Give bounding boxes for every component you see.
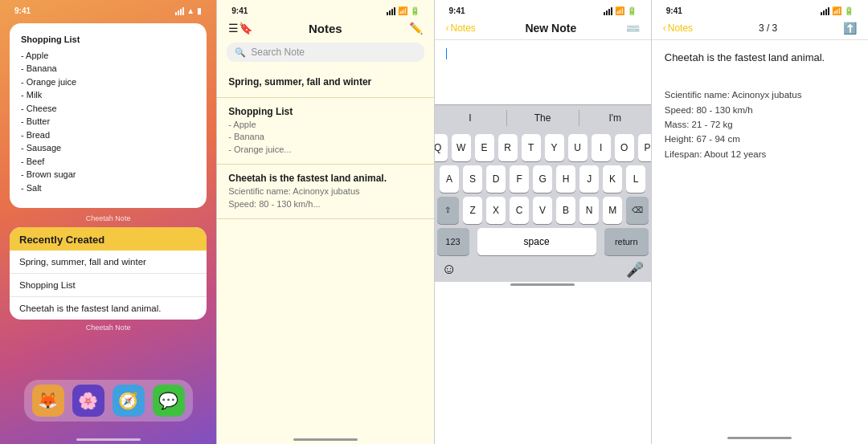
key-y[interactable]: Y (545, 134, 564, 161)
cheetah-note-label-1: Cheetah Note (0, 214, 216, 222)
phone-1-widget-screen: 9:41 ▲ ▮ Shopping List - Apple - Banana … (0, 0, 216, 444)
key-g[interactable]: G (533, 165, 552, 193)
dock-icon-4[interactable]: 💬 (153, 385, 185, 417)
notes-nav-left-icon: ☰ (228, 22, 239, 35)
keyboard-row-2: A S D F G H J K L (437, 165, 649, 193)
status-icons-1: ▲ ▮ (175, 6, 202, 15)
key-w[interactable]: W (452, 134, 471, 161)
key-l[interactable]: L (626, 165, 645, 193)
keyboard-suggestions: I The I'm (435, 104, 651, 131)
back-label-4: Notes (668, 22, 693, 34)
note-3-preview: Scientific name: Acinonyx jubatusSpeed: … (228, 185, 422, 210)
chevron-left-icon-3: ‹ (446, 22, 449, 34)
home-indicator-3 (510, 283, 575, 286)
time-label-3: 9:41 (449, 6, 465, 15)
key-p[interactable]: P (638, 134, 652, 161)
key-u[interactable]: U (568, 134, 588, 161)
search-bar[interactable]: 🔍 Search Note (227, 43, 424, 62)
key-d[interactable]: D (486, 165, 506, 193)
suggestion-the[interactable]: The (507, 110, 579, 126)
note-body-scientific: Scientific name: Acinonyx jubatus (665, 88, 855, 102)
key-k[interactable]: K (603, 165, 622, 193)
key-a[interactable]: A (440, 165, 459, 193)
note-body-mass: Mass: 21 - 72 kg (665, 117, 855, 132)
keyboard-row-1: Q W E R T Y U I O P (437, 134, 649, 161)
numbers-key[interactable]: 123 (437, 228, 469, 255)
key-t[interactable]: T (522, 134, 541, 161)
backspace-key[interactable]: ⌫ (626, 197, 649, 224)
note-list-item-2[interactable]: Shopping List - Apple- Banana- Orange ju… (217, 98, 433, 165)
status-bar-4: 9:41 📶 🔋 (652, 0, 868, 18)
battery-icon-3: 🔋 (627, 6, 637, 15)
time-label-1: 9:41 (14, 6, 31, 15)
status-bar-1: 9:41 ▲ ▮ (0, 0, 216, 18)
dock-icon-2[interactable]: 🌸 (72, 385, 104, 417)
text-cursor (446, 48, 448, 59)
dock-icon-1[interactable]: 🦊 (32, 385, 64, 417)
recent-item-2[interactable]: Shopping List (10, 274, 207, 297)
phone-4-note-detail: 9:41 📶 🔋 ‹ Notes 3 / 3 ⬆️ Cheetah is the… (652, 0, 868, 444)
status-icons-2: 📶 🔋 (387, 6, 420, 15)
signal-icon (175, 7, 184, 15)
back-button-4[interactable]: ‹ Notes (663, 22, 693, 34)
signal-icon-3 (604, 7, 612, 15)
shift-key[interactable]: ⇧ (437, 197, 460, 224)
note-detail-body: Scientific name: Acinonyx jubatus Speed:… (665, 73, 855, 161)
note-2-preview: - Apple- Banana- Orange juice... (228, 119, 422, 156)
key-h[interactable]: H (556, 165, 575, 193)
home-indicator-4 (727, 437, 792, 439)
note-body-line-blank (665, 73, 855, 88)
key-f[interactable]: F (510, 165, 529, 193)
note-widget-content: Shopping List - Apple - Banana - Orange … (21, 33, 195, 194)
key-j[interactable]: J (579, 165, 599, 193)
mic-icon[interactable]: 🎤 (626, 261, 644, 279)
back-button-3[interactable]: ‹ Notes (446, 22, 476, 34)
key-e[interactable]: E (475, 134, 494, 161)
key-s[interactable]: S (463, 165, 482, 193)
dock-icon-3[interactable]: 🧭 (113, 385, 145, 417)
share-icon[interactable]: ⬆️ (843, 22, 857, 35)
shopping-item-apple: - Apple (21, 49, 195, 63)
key-o[interactable]: O (615, 134, 634, 161)
space-key[interactable]: space (477, 228, 596, 255)
shopping-list-title: Shopping List (21, 33, 195, 47)
notes-nav-compose-icon[interactable]: ✏️ (409, 22, 423, 35)
return-key[interactable]: return (604, 228, 649, 255)
key-i[interactable]: I (592, 134, 611, 161)
key-v[interactable]: V (533, 197, 552, 224)
key-m[interactable]: M (603, 197, 622, 224)
recent-item-1[interactable]: Spring, summer, fall and winter (10, 251, 207, 274)
key-b[interactable]: B (556, 197, 575, 224)
key-q[interactable]: Q (435, 134, 448, 161)
note-list-item-1[interactable]: Spring, summer, fall and winter (217, 68, 433, 98)
key-c[interactable]: C (510, 197, 529, 224)
phone-3-new-note: 9:41 📶 🔋 ‹ Notes New Note ⌨️ I The I'm (435, 0, 652, 444)
note-list-item-3[interactable]: Cheetah is the fastest land animal. Scie… (217, 165, 433, 219)
shopping-item-bread: - Bread (21, 128, 195, 142)
wifi-icon-4: 📶 (832, 6, 841, 15)
emoji-mic-row: ☺ 🎤 (437, 258, 649, 280)
note-editor[interactable] (435, 40, 651, 104)
keyboard-bottom-row: 123 space return (437, 228, 649, 255)
note-detail-nav: ‹ Notes 3 / 3 ⬆️ (652, 18, 868, 40)
shopping-item-brown-sugar: - Brown sugar (21, 168, 195, 181)
shopping-item-cheese: - Cheese (21, 102, 195, 116)
key-x[interactable]: X (486, 197, 506, 224)
note-widget[interactable]: Shopping List - Apple - Banana - Orange … (10, 23, 207, 208)
suggestion-i[interactable]: I (435, 110, 507, 126)
key-r[interactable]: R (498, 134, 518, 161)
signal-icon-4 (821, 7, 829, 15)
keyboard: Q W E R T Y U I O P A S D F G H J K L ⇧ … (435, 131, 651, 282)
keyboard-icon[interactable]: ⌨️ (626, 22, 640, 35)
recently-created-widget[interactable]: Recently Created Spring, summer, fall an… (10, 227, 207, 320)
recent-item-3[interactable]: Cheetah is the fastest land animal. (10, 297, 207, 320)
key-n[interactable]: N (579, 197, 599, 224)
new-note-title: New Note (525, 22, 576, 35)
emoji-icon[interactable]: ☺ (442, 261, 457, 278)
suggestion-im[interactable]: I'm (579, 110, 651, 126)
key-z[interactable]: Z (463, 197, 482, 224)
home-indicator-2 (293, 438, 358, 441)
shopping-item-sausage: - Sausage (21, 141, 195, 155)
home-indicator-1 (76, 438, 141, 441)
battery-icon: ▮ (197, 6, 202, 15)
